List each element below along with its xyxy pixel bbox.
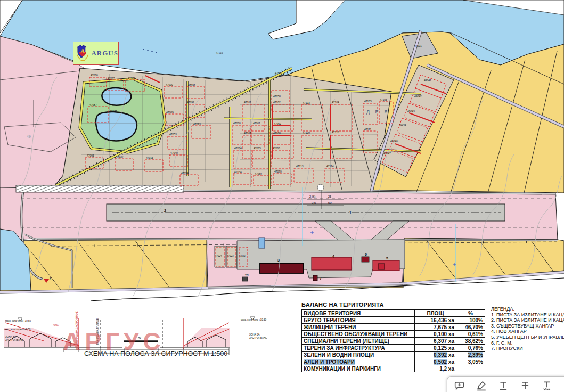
parcel-number: 47058	[273, 95, 281, 98]
gsm-building	[362, 257, 369, 262]
parcel-number: 47049	[170, 151, 178, 154]
parcel-number: 47070	[274, 170, 282, 173]
runway-2-label: 2	[164, 209, 166, 213]
building-7-label: 7	[320, 276, 322, 280]
svg-text:A: A	[81, 48, 85, 54]
schema-note: макс. кота корниз +8,50	[4, 328, 31, 331]
parcel-number: 47113	[296, 165, 304, 168]
area-label-deya: Д Е Я	[366, 109, 390, 115]
territory-balance: БАЛАНС НА ТЕРИТОРИЯТА ВИДОВЕ ТЕРИТОРИЯ П…	[301, 301, 485, 372]
parcel-number: 47093	[193, 123, 201, 126]
building-blue	[259, 238, 265, 248]
parcel-number: 47103	[303, 101, 310, 104]
parcel-number: 49046	[390, 140, 398, 143]
existing-hangar	[260, 263, 304, 273]
water-parcel-number: 47115	[216, 51, 223, 54]
dimension-label: 2 (6)	[309, 195, 315, 198]
parcel-number: 49043	[407, 110, 415, 113]
argus-shield-icon: A	[76, 44, 89, 62]
parcel-number: 47066	[273, 146, 280, 150]
table-title: БАЛАНС НА ТЕРИТОРИЯТА	[301, 301, 485, 308]
table-row: ОБЩЕСТВЕНО ОБСЛУЖВАЩИ ТЕРЕНИ 0,100 ха 0,…	[302, 331, 485, 338]
table-row: ТЕРЕНИ ЗА ИНФРАСТРУКТУРА 0,125 ха 0,76%	[302, 345, 485, 352]
training-center	[373, 260, 399, 271]
parcel-number: 47064	[234, 146, 242, 150]
parcel-number: 47090	[166, 83, 173, 86]
green-area	[80, 79, 165, 152]
parcel-number: 47054	[181, 172, 189, 175]
parcel-number: 47060	[233, 121, 241, 125]
parcel-number: 47106	[380, 98, 387, 101]
parcel-number: 47027	[116, 155, 124, 158]
table-row: ЖИЛИЩНИ ТЕРЕНИ 7,675 ха 46,70%	[302, 324, 485, 331]
highlighter-icon[interactable]	[476, 380, 487, 391]
parcel-number: 47053	[169, 133, 177, 136]
building-4-label: 4	[332, 255, 334, 258]
schema-note: ЗАСТРОЯВАНЕ	[249, 337, 267, 339]
building-5-label: 5	[386, 256, 388, 260]
table-row: АЛЕИ И ТРОТОАРИ 0,502 ха 3,05%	[302, 358, 485, 365]
parcel-number: 47065	[108, 77, 115, 80]
checkpoint-7-label: 7	[49, 276, 51, 280]
schema-note: макс. кота било +10,50	[241, 318, 266, 321]
underline-text-icon[interactable]	[498, 380, 509, 391]
parcel-number: 47092	[187, 101, 194, 104]
col-header-pct: %	[456, 310, 485, 317]
checkpoint-building	[313, 275, 317, 281]
parcel-number: 47110	[332, 130, 339, 134]
schema-note: макс. кота било +10,50	[5, 320, 31, 322]
parcel-number: 47061	[253, 121, 260, 125]
legend-title: ЛЕГЕНДА:	[491, 306, 564, 312]
parcel-number: 47102	[273, 101, 281, 104]
parcel-number: 47034	[234, 170, 242, 174]
parcel-number: 47091	[188, 84, 195, 87]
legend-item: 6. Г. С. М.	[491, 340, 564, 346]
legend-item: 5. УЧЕБЕН ЦЕНТЪР И УПРАВЛЕНИЕ	[491, 334, 564, 340]
parcel-number: 47057	[275, 71, 282, 75]
survey-point	[317, 184, 324, 191]
level-marks	[18, 317, 255, 321]
parcel-number: 47077	[110, 110, 117, 113]
area-number: 49	[27, 135, 31, 138]
argus-logo: A ARGUS	[73, 42, 119, 65]
col-header-area: ПЛОЩ	[415, 310, 456, 317]
parcel-number: 49047	[383, 152, 391, 155]
parcel-number: 47065	[254, 146, 261, 150]
legend-item: 4. НОВ ХАНГАР	[491, 329, 564, 334]
parcel-number: 47104	[332, 101, 339, 104]
annotation-toolbar	[447, 376, 564, 392]
legend-item: 2. ПИСТА ЗА ИЗЛИТАНЕ И КАЦАНЕ	[491, 317, 564, 323]
table-row: БРУТО ТЕРИТОРИЯ 16,436 ха 100%	[302, 317, 485, 324]
table-row: ЗЕЛЕНИ И ВОДНИ ПЛОЩИ 0,392 ха 2,39%	[302, 352, 485, 358]
building-6-label: 6	[365, 252, 367, 256]
table-header-row: ВИДОВЕ ТЕРИТОРИЯ ПЛОЩ %	[302, 310, 485, 317]
add-comment-icon[interactable]	[454, 380, 465, 391]
table-row: КОМУНИКАЦИИ И ПАРКИНГИ 1,2 ха	[302, 365, 485, 372]
schema-note: ЗОНА ЗА	[5, 336, 15, 338]
parcel-number: 47087	[89, 103, 97, 107]
dimension-label: 25	[328, 195, 331, 198]
new-hangar	[312, 257, 352, 270]
col-header-types: ВИДОВЕ ТЕРИТОРИЯ	[302, 310, 415, 317]
territory-balance-table: ВИДОВЕ ТЕРИТОРИЯ ПЛОЩ % БРУТО ТЕРИТОРИЯ …	[301, 309, 485, 372]
embankment-hatch	[16, 185, 184, 192]
building-3-label: 3	[277, 258, 280, 262]
parcel-number: 47023	[227, 255, 234, 257]
parcel-number: 47105	[364, 100, 372, 103]
schema-caption: СХЕМА НА ПОЛОСА ЗА СИГУРНОСТ М 1:500	[84, 350, 227, 357]
table-row: СПЕЦИАЛНИ ТЕРЕНИ (ЛЕТИЩЕ) 6,307 ха 38,62…	[302, 338, 485, 345]
parcel-number: 47111	[364, 128, 371, 131]
dimension-label: 50	[328, 201, 332, 205]
runway-1-label: 1	[349, 211, 352, 215]
schema-note: ЗАСТРОЯВАНЕ	[5, 339, 23, 341]
parcel-number: 47108	[273, 132, 281, 135]
parcel-number: 47107	[244, 132, 251, 135]
schema-slope-label: 30%	[53, 324, 59, 327]
squiggly-underline-icon[interactable]	[542, 380, 552, 391]
legend-item: 1. ПИСТА ЗА ИЗЛИТАНЕ И КАЦАНЕ	[491, 312, 564, 318]
parcel-number: 47022	[239, 255, 246, 257]
parcel-number: 47024	[215, 255, 222, 257]
schema-note: ЗОНА ЗА	[249, 333, 259, 336]
strikethrough-text-icon[interactable]	[520, 380, 530, 391]
legend-item: 7. ПРОПУСКИ	[491, 346, 564, 352]
